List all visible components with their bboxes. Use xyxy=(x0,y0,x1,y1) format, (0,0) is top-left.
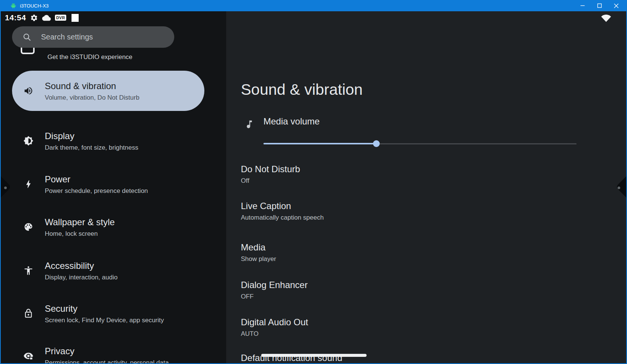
sidebar-item-accessibility[interactable]: Accessibility Display, interaction, audi… xyxy=(12,250,204,291)
speaker-icon xyxy=(23,86,33,96)
window-border-left xyxy=(0,11,1,364)
sidebar-item-title: Privacy xyxy=(45,345,169,357)
music-note-icon xyxy=(244,119,254,129)
window-titlebar[interactable]: i3TOUCH-X3 xyxy=(0,0,627,11)
minimize-icon xyxy=(580,3,585,8)
sidebar-item-power[interactable]: Power Power schedule, presence detection xyxy=(12,164,204,204)
gesture-navigation-pill[interactable] xyxy=(261,354,367,357)
cloud-status-icon xyxy=(42,14,51,22)
app-window: i3TOUCH-X3 14:54 DVR xyxy=(0,0,627,364)
content-item-subtitle: Show player xyxy=(241,254,276,264)
media-volume-fill xyxy=(263,143,376,144)
content-item-title: Digital Audio Out xyxy=(241,316,308,328)
android-robot-icon xyxy=(10,3,17,9)
sidebar-item-privacy[interactable]: Privacy Permissions, account activity, p… xyxy=(12,336,204,364)
privacy-eye-icon xyxy=(23,351,33,361)
maximize-button[interactable] xyxy=(591,0,608,11)
sidebar-item-subtitle: Power schedule, presence detection xyxy=(45,187,148,195)
page-title: Sound & vibration xyxy=(241,79,363,100)
search-bar[interactable]: Search settings xyxy=(12,26,174,48)
content-item-media[interactable]: Media Show player xyxy=(241,241,276,264)
window-title: i3TOUCH-X3 xyxy=(20,3,49,9)
content-item-subtitle: AUTO xyxy=(241,329,308,339)
content-item-title: Dialog Enhancer xyxy=(241,279,307,291)
sidebar-item-sound-vibration[interactable]: Sound & vibration Volume, vibration, Do … xyxy=(12,71,204,111)
close-button[interactable] xyxy=(608,0,625,11)
search-placeholder: Search settings xyxy=(41,33,93,41)
sidebar-item-subtitle: Display, interaction, audio xyxy=(45,273,117,282)
lightning-bolt-icon xyxy=(23,179,33,189)
sidebar-item-title: Accessibility xyxy=(45,259,117,272)
content-item-do-not-disturb[interactable]: Do Not Disturb Off xyxy=(241,163,300,186)
settings-content: Sound & vibration Media volume Do Not Di… xyxy=(226,11,627,364)
sidebar-item-title: Power xyxy=(45,173,148,185)
status-clock: 14:54 xyxy=(5,13,26,22)
window-controls xyxy=(574,0,625,11)
content-item-title: Media xyxy=(241,241,276,253)
sidebar-item-title: Wallpaper & style xyxy=(45,216,115,228)
sidebar-item-security[interactable]: Security Screen lock, Find My Device, ap… xyxy=(12,293,204,334)
content-item-digital-audio-out[interactable]: Digital Audio Out AUTO xyxy=(241,316,308,339)
settings-sidebar: 14:54 DVR Search settings Get the i3STUD… xyxy=(0,11,226,364)
content-item-dialog-enhancer[interactable]: Dialog Enhancer OFF xyxy=(241,279,307,302)
sidebar-item-subtitle: Dark theme, font size, brightness xyxy=(45,143,138,152)
content-item-subtitle: Automatically caption speech xyxy=(241,213,324,223)
content-item-subtitle: OFF xyxy=(241,292,307,302)
sidebar-item-title: Security xyxy=(45,302,164,315)
accessibility-person-icon xyxy=(23,265,33,276)
left-handle-dot-icon xyxy=(4,187,7,189)
sidebar-item-subtitle: Home, lock screen xyxy=(45,229,115,238)
status-bar-left: 14:54 DVR xyxy=(5,12,79,23)
brightness-icon xyxy=(23,136,33,146)
content-item-title: Live Caption xyxy=(241,200,324,212)
maximize-icon xyxy=(597,3,602,8)
content-item-subtitle: Off xyxy=(241,176,300,186)
sidebar-item-subtitle: Volume, vibration, Do Not Disturb xyxy=(45,93,139,102)
sidebar-item-subtitle: Screen lock, Find My Device, app securit… xyxy=(45,316,164,325)
sidebar-item-display[interactable]: Display Dark theme, font size, brightnes… xyxy=(12,121,204,161)
media-volume-slider[interactable] xyxy=(263,139,577,148)
sidebar-item-title: Sound & vibration xyxy=(45,80,139,92)
palette-icon xyxy=(23,222,33,232)
app-notification-square-icon xyxy=(72,14,79,22)
sidebar-item-wallpaper-style[interactable]: Wallpaper & style Home, lock screen xyxy=(12,207,204,247)
wifi-status-icon xyxy=(601,14,612,23)
sidebar-item-i3studio-subtitle[interactable]: Get the i3STUDIO experience xyxy=(47,53,132,61)
settings-gear-status-icon xyxy=(30,14,38,22)
close-icon xyxy=(614,3,619,8)
search-icon xyxy=(22,32,32,42)
right-handle-dot-icon xyxy=(618,187,620,189)
content-item-title: Do Not Disturb xyxy=(241,163,300,175)
content-item-live-caption[interactable]: Live Caption Automatically caption speec… xyxy=(241,200,324,223)
lock-icon xyxy=(23,308,33,318)
media-volume-label: Media volume xyxy=(263,115,320,127)
minimize-button[interactable] xyxy=(574,0,591,11)
sidebar-item-title: Display xyxy=(45,130,138,142)
media-volume-thumb[interactable] xyxy=(373,140,380,147)
dvr-status-icon: DVR xyxy=(55,15,66,21)
